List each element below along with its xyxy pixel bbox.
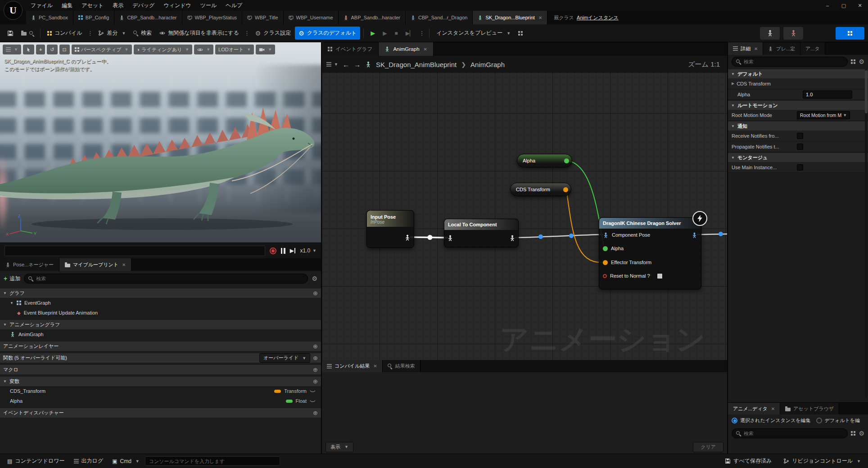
node-input-pose[interactable]: Input Pose InPose — [366, 210, 414, 248]
add-macro-icon[interactable]: ⊕ — [313, 366, 318, 373]
save-all-status-button[interactable]: すべて保存済み — [721, 455, 775, 467]
viewport-menu-button[interactable]: ▼ — [3, 45, 21, 54]
tab-anim-preview-editor[interactable]: アニメ...ディタ ✕ — [728, 403, 780, 414]
row-event-update-animation[interactable]: ◆Event Blueprint Update Animation — [0, 308, 321, 318]
add-button[interactable]: +追加 — [4, 275, 20, 283]
float-input-pin[interactable] — [603, 246, 608, 251]
preview-search[interactable] — [732, 428, 848, 438]
playback-speed-dropdown[interactable]: x1.0▼ — [300, 248, 316, 254]
section-root-motion[interactable]: ▼ルートモーション — [728, 101, 868, 110]
output-log-button[interactable]: 出力ログ — [70, 455, 107, 467]
transform-input-pin[interactable] — [603, 260, 608, 265]
add-variable-icon[interactable]: ⊕ — [313, 378, 318, 385]
asset-tab-sk-dragon-blueprint[interactable]: SK_Dragon...Blueprint ✕ — [473, 11, 547, 24]
eye-closed-icon[interactable] — [310, 388, 316, 394]
save-button[interactable] — [4, 27, 17, 39]
menu-window[interactable]: ウィンドウ — [159, 2, 195, 9]
tab-find-results[interactable]: 結果検索 — [383, 360, 420, 372]
alpha-value-input[interactable]: 1.0 — [803, 90, 852, 99]
tab-asset-browser[interactable]: アセットブラウザ — [780, 403, 839, 414]
node-dragonik-solver[interactable]: DragonIK Chinese Dragon Solver Component… — [599, 217, 701, 289]
hide-unrelated-options-icon[interactable]: ⋮ — [243, 30, 251, 36]
layout-button[interactable] — [836, 27, 864, 40]
display-filter-icon[interactable] — [851, 59, 855, 64]
asset-tab-cbp-dragon[interactable]: CBP_Sand...r_Dragon — [406, 11, 473, 24]
hide-unrelated-button[interactable]: 無関係な項目を非表示にする — [156, 27, 242, 40]
asset-tab-bp-config[interactable]: BP_Config — [73, 11, 115, 24]
add-layer-icon[interactable]: ⊕ — [313, 343, 318, 350]
breadcrumb-root[interactable]: SK_Dragon_AnimBlueprint — [376, 61, 457, 68]
stop-button[interactable]: ■ — [391, 27, 401, 39]
minimize-button[interactable]: – — [819, 0, 836, 11]
menu-file[interactable]: ファイル — [26, 2, 57, 9]
section-animation-graphs[interactable]: ▼アニメーショングラフ — [0, 320, 321, 329]
tab-close-icon[interactable]: ✕ — [771, 406, 775, 411]
find-button[interactable]: 検索 — [130, 27, 155, 40]
row-animgraph[interactable]: AnimGraph — [0, 329, 321, 339]
node-alpha-getter[interactable]: Alpha — [517, 154, 572, 167]
row-variable-alpha[interactable]: Alpha Float — [0, 396, 321, 406]
lit-mode-dropdown[interactable]: ◑ライティングあり▼ — [134, 45, 193, 54]
asset-tab-wbp-username[interactable]: WBP_Username — [284, 11, 339, 24]
preview-mesh-button[interactable] — [760, 27, 780, 40]
section-macros[interactable]: マクロ⊕ — [0, 365, 321, 374]
menu-tools[interactable]: ツール — [196, 2, 222, 9]
float-output-pin[interactable] — [564, 158, 569, 163]
tab-close-icon[interactable]: ✕ — [373, 364, 377, 369]
tab-eventgraph-document[interactable]: イベントグラフ — [322, 42, 379, 56]
settings-gear-icon[interactable]: ⚙ — [312, 275, 317, 282]
asset-tab-cbp-character[interactable]: CBP_Sandb...haracter — [114, 11, 182, 24]
row-alpha[interactable]: Alpha 1.0 — [728, 89, 868, 100]
preview-viewport[interactable]: ▼ + ↺ ⊡ パースペクティブ▼ ◑ライティングあり▼ ▼ LODオート▼ ▼… — [0, 42, 321, 258]
frame-skip-button[interactable]: ▶ — [379, 27, 390, 39]
node-cds-transform-getter[interactable]: CDS Transform — [510, 183, 571, 196]
section-graphs[interactable]: ▼グラフ⊕ — [0, 288, 321, 298]
eye-closed-icon[interactable] — [310, 398, 316, 404]
compile-button[interactable]: コンパイル — [44, 27, 86, 40]
row-cds-transform[interactable]: ▶ CDS Transform — [728, 78, 868, 89]
bookmark-dropdown[interactable]: ▼ — [326, 62, 338, 67]
step-forward-button[interactable]: ▶ — [290, 248, 296, 254]
tab-asset-details[interactable]: ア...タ — [800, 42, 825, 55]
asset-tab-wbp-title[interactable]: WBP_Title — [242, 11, 284, 24]
tab-details[interactable]: 詳細 ✕ — [728, 42, 763, 55]
scale-tool-button[interactable]: ⊡ — [59, 45, 70, 54]
show-flags-dropdown[interactable]: ▼ — [194, 45, 213, 54]
section-montage[interactable]: ▼モンタージュ — [728, 153, 868, 162]
row-receive-notifies[interactable]: Receive Notifies fro... — [728, 130, 868, 141]
menu-debug[interactable]: デバッグ — [128, 2, 159, 9]
content-drawer-button[interactable]: ▤ コンテンツドロワー — [4, 455, 68, 467]
asset-tab-pc-sandbox[interactable]: PC_Sandbox — [26, 11, 73, 24]
row-use-main-instance[interactable]: Use Main Instance... — [728, 162, 868, 173]
menu-edit[interactable]: 編集 — [57, 2, 77, 9]
pose-output-pin[interactable] — [404, 234, 411, 241]
edit-selected-instance-radio[interactable] — [732, 418, 737, 423]
tab-preview-settings[interactable]: プレ...定 — [763, 42, 800, 55]
details-settings-icon[interactable]: ⚙ — [859, 58, 864, 65]
diff-button[interactable]: 差分▼ — [95, 27, 129, 40]
console-command-input[interactable] — [149, 459, 276, 464]
tab-pose-watch-manager[interactable]: Pose...ネージャー — [0, 258, 59, 271]
details-scrollbar[interactable] — [865, 69, 868, 398]
asset-tab-abp-character[interactable]: ABP_Sandb...haracter — [339, 11, 406, 24]
section-functions[interactable]: 関数 (5 オーバーライド可能) オーバーライド▼ ⊕ — [0, 353, 321, 363]
tab-animgraph-document[interactable]: AnimGraph ✕ — [379, 42, 434, 56]
asset-tab-wbp-playerstatus[interactable]: WBP_PlayerStatus — [182, 11, 243, 24]
node-local-to-component[interactable]: Local To Component — [444, 219, 519, 248]
close-button[interactable]: ✕ — [852, 0, 868, 11]
maximize-button[interactable]: ▢ — [836, 0, 852, 11]
pose-output-pin[interactable] — [692, 232, 697, 238]
tab-close-icon[interactable]: ✕ — [122, 262, 126, 267]
add-function-icon[interactable]: ⊕ — [313, 355, 318, 361]
root-motion-mode-dropdown[interactable]: Root Motion from M▼ — [797, 111, 850, 119]
perspective-dropdown[interactable]: パースペクティブ▼ — [72, 45, 132, 54]
play-button[interactable]: ▶ — [367, 27, 379, 39]
details-search-input[interactable] — [744, 59, 843, 64]
row-variable-cds-transform[interactable]: CDS_Transform Transform — [0, 386, 321, 396]
override-dropdown[interactable]: オーバーライド▼ — [259, 353, 310, 363]
revision-control-button[interactable]: リビジョンコントロール▼ — [780, 455, 864, 467]
tab-close-icon[interactable]: ✕ — [424, 47, 427, 52]
section-event-dispatchers[interactable]: イベントディスパッチャー⊕ — [0, 408, 321, 418]
tab-compile-results[interactable]: コンパイル結果 ✕ — [322, 360, 383, 372]
details-search[interactable] — [732, 57, 848, 67]
